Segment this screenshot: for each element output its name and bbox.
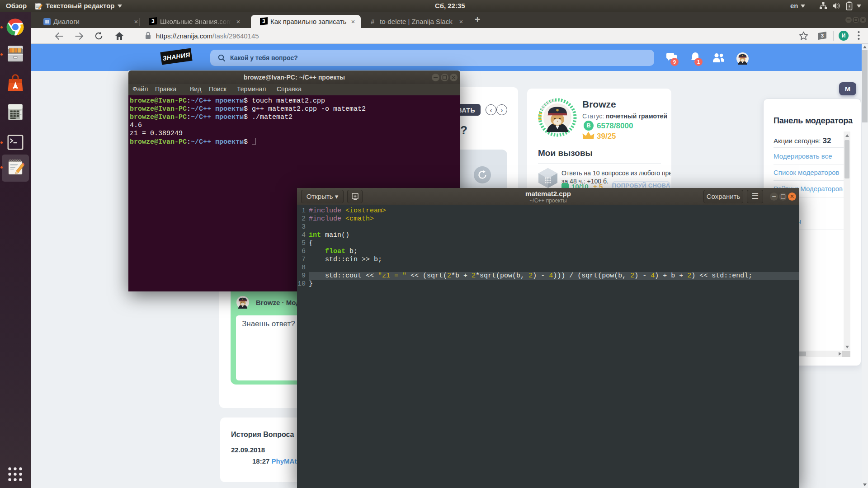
svg-text:3: 3 xyxy=(821,33,824,38)
